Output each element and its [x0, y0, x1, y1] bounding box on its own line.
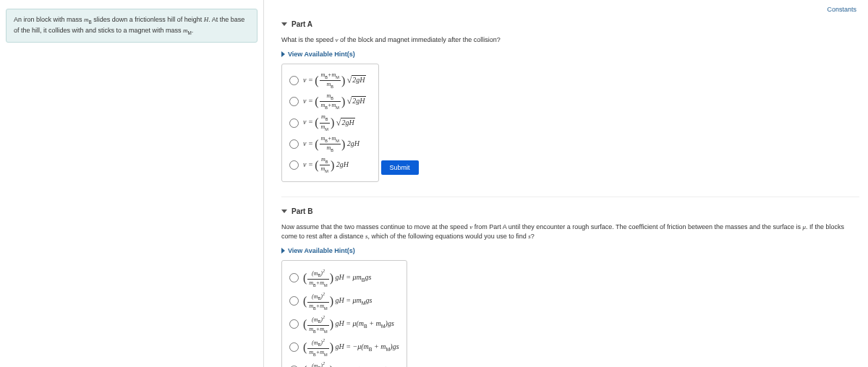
part-b-header[interactable]: Part B — [281, 207, 859, 215]
hints-label: View Available Hint(s) — [288, 247, 355, 254]
var-mM: mM — [183, 27, 192, 34]
caret-right-icon — [281, 248, 285, 254]
option-a5[interactable]: v = (mBmM) 2gH — [285, 155, 375, 176]
option-b3[interactable]: ((mB)2mB+mM) gH = μ(mB + mM)gs — [285, 313, 404, 336]
caret-down-icon — [281, 210, 287, 213]
answer-panel: Constants Part A What is the speed v of … — [264, 0, 868, 367]
submit-button[interactable]: Submit — [381, 160, 419, 175]
option-b4[interactable]: ((mB)2mB+mM) gH = −μ(mB + mM)gs — [285, 336, 404, 359]
part-b-title: Part B — [292, 207, 312, 215]
radio-b1[interactable] — [289, 273, 299, 282]
part-b-question: Now assume that the two masses continue … — [281, 223, 859, 241]
part-a-question: What is the speed v of the block and mag… — [281, 35, 859, 45]
prompt-text: . — [192, 27, 194, 34]
part-a-options: v = (mB+mMmB) 2gH v = (mBmB+mM) 2gH v = … — [281, 64, 379, 183]
top-links: Constants — [281, 0, 859, 20]
hints-label: View Available Hint(s) — [288, 51, 355, 58]
option-a4[interactable]: v = (mB+mMmB) 2gH — [285, 134, 375, 155]
radio-b4[interactable] — [289, 342, 299, 352]
hints-toggle[interactable]: View Available Hint(s) — [281, 51, 859, 58]
radio-a4[interactable] — [289, 139, 299, 149]
option-a2[interactable]: v = (mBmB+mM) 2gH — [285, 91, 375, 112]
option-b2[interactable]: ((mB)2mB+mM) gH = μmMgs — [285, 290, 404, 313]
part-a: Part A What is the speed v of the block … — [281, 20, 859, 182]
radio-b3[interactable] — [289, 319, 299, 329]
problem-prompt: An iron block with mass mB slides down a… — [6, 9, 258, 43]
option-b5[interactable]: ((mB)2mB+mM) gH = μ(mB + mM)g — [285, 359, 404, 367]
option-a1[interactable]: v = (mB+mMmB) 2gH — [285, 70, 375, 91]
constants-link[interactable]: Constants — [827, 6, 856, 13]
radio-b2[interactable] — [289, 296, 299, 306]
prompt-text: An iron block with mass — [14, 16, 84, 23]
part-b: Part B Now assume that the two masses co… — [281, 197, 859, 367]
hints-toggle[interactable]: View Available Hint(s) — [281, 247, 859, 254]
option-a3[interactable]: v = (mBmM) 2gH — [285, 112, 375, 133]
radio-a3[interactable] — [289, 118, 299, 128]
option-b1[interactable]: ((mB)2mB+mM) gH = μmBgs — [285, 267, 404, 290]
caret-right-icon — [281, 51, 285, 57]
part-b-options: ((mB)2mB+mM) gH = μmBgs ((mB)2mB+mM) gH … — [281, 260, 407, 367]
radio-a1[interactable] — [289, 76, 299, 85]
prompt-text: slides down a frictionless hill of heigh… — [92, 16, 204, 23]
problem-panel: An iron block with mass mB slides down a… — [0, 0, 264, 367]
radio-a2[interactable] — [289, 97, 299, 106]
caret-down-icon — [281, 22, 287, 26]
part-a-title: Part A — [292, 20, 312, 28]
radio-a5[interactable] — [289, 160, 299, 170]
part-a-header[interactable]: Part A — [281, 20, 859, 28]
var-mB: mB — [84, 16, 92, 23]
